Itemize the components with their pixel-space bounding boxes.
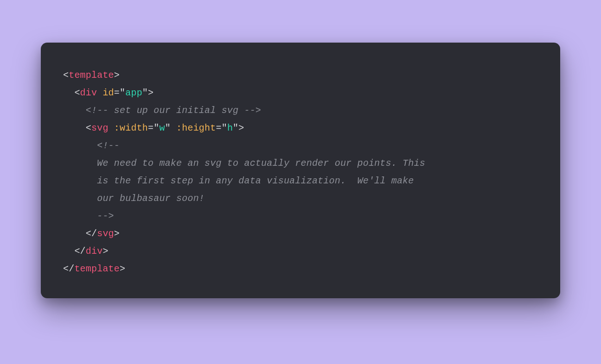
quote: " bbox=[153, 123, 159, 133]
page-background: <template> <div id="app"> <!-- set up ou… bbox=[0, 0, 601, 364]
equals: = bbox=[216, 123, 221, 133]
tag-div: div bbox=[80, 88, 97, 98]
tag-div-close: div bbox=[86, 246, 103, 257]
equals: = bbox=[114, 88, 120, 98]
comment-setup: <!-- set up our initial svg --> bbox=[86, 105, 261, 116]
bracket-close: > bbox=[114, 70, 120, 81]
quote: " bbox=[142, 88, 148, 98]
code-snippet-card: <template> <div id="app"> <!-- set up ou… bbox=[41, 43, 560, 298]
equals: = bbox=[148, 123, 153, 133]
quote: " bbox=[233, 123, 238, 133]
bracket-open: < bbox=[86, 123, 91, 133]
space bbox=[109, 123, 114, 133]
comment-line: is the first step in any data visualizat… bbox=[97, 176, 414, 186]
comment-line: We need to make an svg to actually rende… bbox=[97, 158, 425, 169]
attr-id: id bbox=[102, 88, 114, 98]
space bbox=[171, 123, 176, 133]
tag-template: template bbox=[69, 70, 114, 81]
bracket-close: > bbox=[120, 264, 125, 274]
tag-template-close: template bbox=[74, 264, 120, 274]
bracket-open: < bbox=[63, 70, 69, 81]
comment-close: --> bbox=[97, 211, 114, 221]
bracket-open: </ bbox=[63, 264, 74, 274]
quote: " bbox=[222, 123, 227, 133]
space bbox=[97, 88, 102, 98]
quote: " bbox=[165, 123, 171, 133]
quote: " bbox=[120, 88, 125, 98]
bracket-open: </ bbox=[74, 246, 85, 257]
string-w: w bbox=[159, 123, 165, 133]
string-h: h bbox=[227, 123, 233, 133]
bracket-close: > bbox=[238, 123, 244, 133]
tag-svg: svg bbox=[91, 123, 109, 133]
code-block: <template> <div id="app"> <!-- set up ou… bbox=[63, 67, 538, 278]
bracket-open: </ bbox=[86, 228, 97, 239]
bracket-open: < bbox=[74, 88, 80, 98]
comment-open: <!-- bbox=[97, 140, 120, 151]
tag-svg-close: svg bbox=[97, 228, 114, 239]
string-app: app bbox=[125, 88, 142, 98]
attr-height: :height bbox=[176, 123, 216, 133]
comment-line: our bulbasaur soon! bbox=[97, 193, 205, 204]
bracket-close: > bbox=[102, 246, 108, 257]
bracket-close: > bbox=[148, 88, 153, 98]
bracket-close: > bbox=[114, 228, 120, 239]
attr-width: :width bbox=[114, 123, 148, 133]
